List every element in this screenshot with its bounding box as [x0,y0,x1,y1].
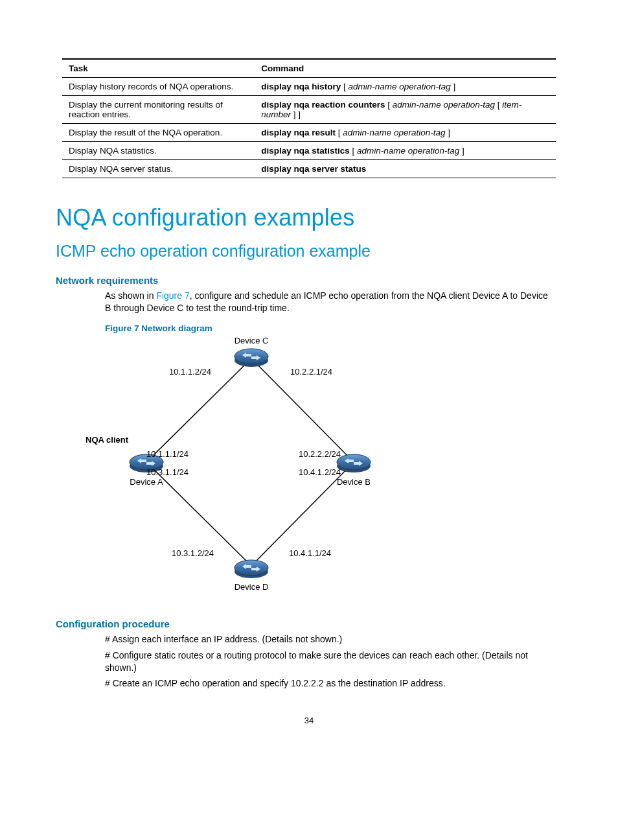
figure-caption: Figure 7 Network diagram [105,323,556,333]
command-cell: display nqa statistics [ admin-name oper… [255,142,556,160]
command-table: Task Command Display history records of … [62,58,556,178]
procedure-step: # Assign each interface an IP address. (… [105,633,556,646]
label-device-d: Device D [235,582,269,592]
label-nqa-client: NQA client [86,435,129,445]
procedure-step: # Create an ICMP echo operation and spec… [105,677,556,690]
command-keyword: display nqa result [261,128,336,137]
task-cell: Display history records of NQA operation… [62,78,255,96]
label-ip: 10.1.1.1/24 [146,449,189,459]
command-keyword: display nqa statistics [261,146,350,156]
table-row: Display history records of NQA operation… [62,78,556,96]
command-arg: admin-name operation-tag [357,146,459,156]
section-title: ICMP echo operation configuration exampl… [56,242,556,261]
command-arg: admin-name operation-tag [393,100,495,110]
command-keyword: display nqa reaction counters [261,100,385,110]
command-cell: display nqa server status [255,160,556,178]
command-cell: display nqa result [ admin-name operatio… [255,124,556,142]
subsection-network-requirements: Network requirements [56,275,556,286]
procedure-step: # Configure static routes or a routing p… [105,649,556,674]
label-ip: 10.3.1.2/24 [172,548,214,558]
label-ip: 10.3.1.1/24 [146,467,189,477]
figure-link[interactable]: Figure 7 [156,290,189,301]
network-diagram: Device C 10.1.1.2/24 10.2.2.1/24 NQA cli… [82,336,556,604]
command-cell: display nqa reaction counters [ admin-na… [255,96,556,124]
command-cell: display nqa history [ admin-name operati… [255,78,556,96]
label-ip: 10.2.2.2/24 [299,449,341,459]
svg-point-11 [235,560,268,576]
label-ip: 10.2.2.1/24 [290,367,332,377]
task-cell: Display the result of the NQA operation. [62,124,255,142]
label-device-c: Device C [235,336,269,345]
label-ip: 10.4.1.1/24 [289,548,331,558]
netreq-paragraph: As shown in Figure 7, configure and sche… [105,290,556,314]
task-cell: Display NQA server status. [62,160,255,178]
task-cell: Display NQA statistics. [62,142,255,160]
label-ip: 10.4.1.2/24 [299,467,341,477]
table-row: Display the result of the NQA operation.… [62,124,556,142]
page-title: NQA configuration examples [56,204,556,231]
col-task: Task [62,59,255,78]
command-arg: admin-name operation-tag [348,82,450,91]
label-ip: 10.1.1.2/24 [169,367,211,377]
label-device-b: Device B [337,477,371,487]
subsection-configuration-procedure: Configuration procedure [56,618,556,629]
col-command: Command [255,59,556,78]
task-cell: Display the current monitoring results o… [62,96,255,124]
text: As shown in [105,290,156,301]
label-device-a: Device A [130,477,163,487]
table-row: Display NQA server status.display nqa se… [62,160,556,178]
table-row: Display the current monitoring results o… [62,96,556,124]
svg-point-9 [337,454,371,470]
command-arg: admin-name operation-tag [343,128,445,137]
table-row: Display NQA statistics.display nqa stati… [62,142,556,160]
page-number: 34 [62,716,556,725]
command-keyword: display nqa server status [261,164,366,174]
svg-point-5 [235,349,268,364]
command-keyword: display nqa history [261,82,341,91]
